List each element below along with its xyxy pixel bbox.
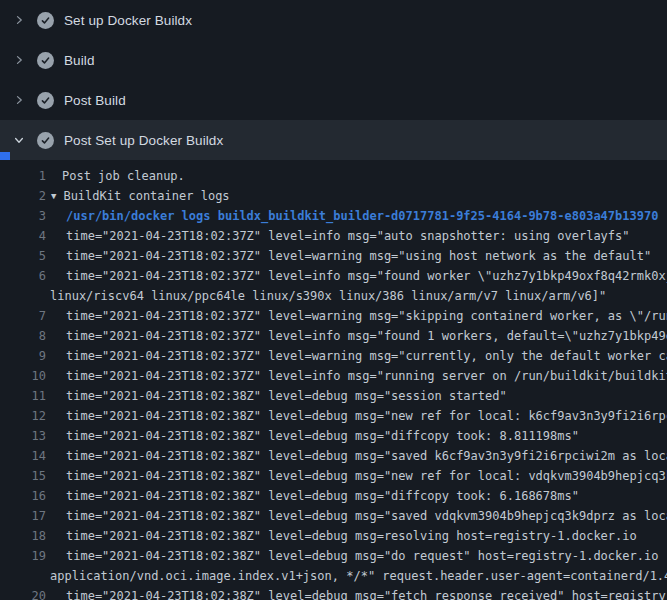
log-line: 19 time="2021-04-23T18:02:38Z" level=deb… — [0, 546, 667, 566]
line-number[interactable]: 1 — [0, 166, 46, 186]
log-line: 15 time="2021-04-23T18:02:38Z" level=deb… — [0, 466, 667, 486]
line-number[interactable]: 4 — [0, 226, 46, 246]
log-text: time="2021-04-23T18:02:38Z" level=debug … — [46, 406, 667, 426]
line-number[interactable]: 9 — [0, 346, 46, 366]
log-text: time="2021-04-23T18:02:37Z" level=info m… — [46, 326, 667, 346]
line-number[interactable]: 7 — [0, 306, 46, 326]
log-text: time="2021-04-23T18:02:38Z" level=debug … — [46, 506, 667, 526]
step-header-set-up-docker-buildx[interactable]: Set up Docker Buildx — [0, 0, 667, 40]
chevron-right-icon — [12, 12, 26, 28]
log-text: time="2021-04-23T18:02:37Z" level=info m… — [46, 366, 667, 386]
chevron-right-icon — [12, 52, 26, 68]
log-command-text: /usr/bin/docker logs buildx_buildkit_bui… — [46, 206, 667, 226]
log-line: 4 time="2021-04-23T18:02:37Z" level=info… — [0, 226, 667, 246]
line-number[interactable]: 12 — [0, 406, 46, 426]
line-number[interactable]: 14 — [0, 446, 46, 466]
log-line: 3 /usr/bin/docker logs buildx_buildkit_b… — [0, 206, 667, 226]
log-line: 14 time="2021-04-23T18:02:38Z" level=deb… — [0, 446, 667, 466]
line-number[interactable] — [0, 286, 46, 306]
steps-list: Set up Docker Buildx Build Post Build Po… — [0, 0, 667, 160]
chevron-down-icon — [12, 132, 26, 148]
log-text: time="2021-04-23T18:02:37Z" level=warnin… — [46, 346, 667, 366]
log-text: application/vnd.oci.image.index.v1+json,… — [46, 566, 667, 586]
log-text: time="2021-04-23T18:02:37Z" level=warnin… — [46, 246, 667, 266]
line-number[interactable]: 15 — [0, 466, 46, 486]
log-line: 2 ▼BuildKit container logs — [0, 186, 667, 206]
step-title: Set up Docker Buildx — [64, 13, 192, 28]
step-header-post-build[interactable]: Post Build — [0, 80, 667, 120]
log-line: 12 time="2021-04-23T18:02:38Z" level=deb… — [0, 406, 667, 426]
step-title: Build — [64, 53, 95, 68]
line-number[interactable]: 5 — [0, 246, 46, 266]
check-circle-icon — [37, 12, 54, 29]
line-number[interactable]: 8 — [0, 326, 46, 346]
line-number[interactable]: 10 — [0, 366, 46, 386]
log-text: time="2021-04-23T18:02:38Z" level=debug … — [46, 486, 667, 506]
check-circle-icon — [37, 52, 54, 69]
log-line: 20 time="2021-04-23T18:02:38Z" level=deb… — [0, 586, 667, 600]
log-line: 8 time="2021-04-23T18:02:37Z" level=info… — [0, 326, 667, 346]
log-viewer[interactable]: 1 Post job cleanup. 2 ▼BuildKit containe… — [0, 160, 667, 600]
line-number[interactable]: 2 — [0, 186, 46, 206]
line-number[interactable]: 19 — [0, 546, 46, 566]
log-line: 10 time="2021-04-23T18:02:37Z" level=inf… — [0, 366, 667, 386]
step-title: Post Build — [64, 93, 126, 108]
log-text: ▼BuildKit container logs — [46, 186, 667, 206]
log-text: time="2021-04-23T18:02:38Z" level=debug … — [46, 426, 667, 446]
log-text: time="2021-04-23T18:02:38Z" level=debug … — [46, 446, 667, 466]
log-text: time="2021-04-23T18:02:38Z" level=debug … — [46, 586, 667, 600]
log-line: 11 time="2021-04-23T18:02:38Z" level=deb… — [0, 386, 667, 406]
line-number[interactable] — [0, 566, 46, 586]
log-line: 17 time="2021-04-23T18:02:38Z" level=deb… — [0, 506, 667, 526]
log-text: Post job cleanup. — [46, 166, 667, 186]
check-circle-icon — [37, 132, 54, 149]
line-number[interactable]: 13 — [0, 426, 46, 446]
chevron-right-icon — [12, 92, 26, 108]
log-text: time="2021-04-23T18:02:38Z" level=debug … — [46, 386, 667, 406]
log-text: time="2021-04-23T18:02:38Z" level=debug … — [46, 526, 667, 546]
log-line: 13 time="2021-04-23T18:02:38Z" level=deb… — [0, 426, 667, 446]
log-text: time="2021-04-23T18:02:37Z" level=info m… — [46, 226, 667, 246]
line-number[interactable]: 20 — [0, 586, 46, 600]
log-text: linux/riscv64 linux/ppc64le linux/s390x … — [46, 286, 667, 306]
log-line: 16 time="2021-04-23T18:02:38Z" level=deb… — [0, 486, 667, 506]
step-header-build[interactable]: Build — [0, 40, 667, 80]
line-number[interactable]: 3 — [0, 206, 46, 226]
log-line: linux/riscv64 linux/ppc64le linux/s390x … — [0, 286, 667, 306]
log-text: time="2021-04-23T18:02:37Z" level=info m… — [46, 266, 667, 286]
log-line: 9 time="2021-04-23T18:02:37Z" level=warn… — [0, 346, 667, 366]
line-number[interactable]: 17 — [0, 506, 46, 526]
log-text: time="2021-04-23T18:02:37Z" level=warnin… — [46, 306, 667, 326]
log-text: time="2021-04-23T18:02:38Z" level=debug … — [46, 466, 667, 486]
line-number[interactable]: 18 — [0, 526, 46, 546]
log-text: time="2021-04-23T18:02:38Z" level=debug … — [46, 546, 667, 566]
step-header-post-set-up-docker-buildx[interactable]: Post Set up Docker Buildx — [0, 120, 667, 160]
focus-accent — [0, 152, 10, 160]
group-toggle-icon[interactable]: ▼ — [51, 186, 56, 206]
line-number[interactable]: 16 — [0, 486, 46, 506]
log-line: 1 Post job cleanup. — [0, 166, 667, 186]
log-line: 5 time="2021-04-23T18:02:37Z" level=warn… — [0, 246, 667, 266]
check-circle-icon — [37, 92, 54, 109]
log-line: 7 time="2021-04-23T18:02:37Z" level=warn… — [0, 306, 667, 326]
log-line: application/vnd.oci.image.index.v1+json,… — [0, 566, 667, 586]
step-title: Post Set up Docker Buildx — [64, 133, 223, 148]
line-number[interactable]: 11 — [0, 386, 46, 406]
log-line: 18 time="2021-04-23T18:02:38Z" level=deb… — [0, 526, 667, 546]
log-line: 6 time="2021-04-23T18:02:37Z" level=info… — [0, 266, 667, 286]
line-number[interactable]: 6 — [0, 266, 46, 286]
